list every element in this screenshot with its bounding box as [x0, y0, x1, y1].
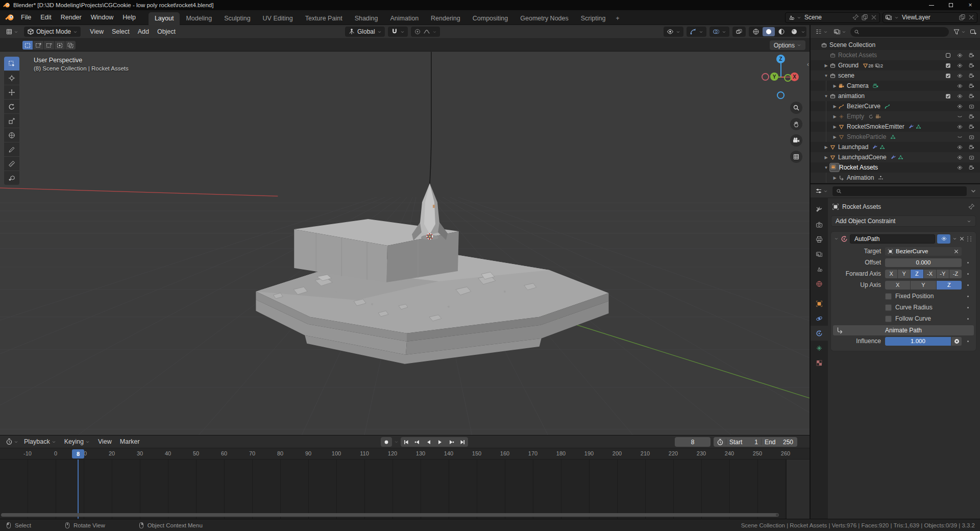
- disclosure-triangle-icon[interactable]: ▶: [831, 125, 839, 129]
- workspace-tab-uv-editing[interactable]: UV Editing: [257, 12, 299, 25]
- jump-end-button[interactable]: [457, 437, 468, 447]
- show-gizmos-dropdown[interactable]: [687, 27, 706, 37]
- unlink-scene-icon[interactable]: [870, 14, 877, 21]
- workspace-tab-sculpting[interactable]: Sculpting: [218, 12, 256, 25]
- filter-button[interactable]: [951, 28, 967, 35]
- nav-pan-button[interactable]: [790, 118, 802, 130]
- outliner-row-animation[interactable]: ▶Animation: [811, 173, 980, 183]
- properties-tab-physics[interactable]: [811, 311, 828, 326]
- menu-file[interactable]: File: [16, 10, 36, 25]
- tool-transform-button[interactable]: [4, 128, 19, 142]
- next-keyframe-button[interactable]: [446, 437, 457, 447]
- maximize-button[interactable]: [941, 0, 961, 10]
- breadcrumb-object-name[interactable]: Rocket Assets: [842, 203, 881, 210]
- timeline-editor-type-button[interactable]: [4, 438, 20, 445]
- toggle-eye[interactable]: [954, 63, 966, 68]
- workspace-tab-shading[interactable]: Shading: [349, 12, 384, 25]
- viewport-menu-view[interactable]: View: [86, 25, 108, 38]
- display-mode-button[interactable]: [832, 28, 848, 35]
- mode-dropdown[interactable]: Object Mode: [24, 27, 81, 37]
- properties-tab-world[interactable]: [811, 276, 828, 291]
- properties-tab-object[interactable]: [811, 296, 828, 311]
- checkbox-follow-curve[interactable]: [885, 316, 892, 322]
- properties-options-icon[interactable]: [970, 187, 977, 195]
- use-preview-range-icon[interactable]: [717, 439, 724, 446]
- gizmo-z-axis[interactable]: Z: [776, 55, 785, 63]
- viewport-menu-add[interactable]: Add: [134, 25, 153, 38]
- outliner-row-rocket-assets[interactable]: ▼Rocket Assets: [811, 162, 980, 173]
- select-set-button[interactable]: [22, 41, 33, 50]
- outliner-search-input[interactable]: [850, 27, 949, 37]
- toggle-eye[interactable]: [954, 144, 966, 150]
- scene-selector[interactable]: Scene: [785, 12, 880, 23]
- properties-tab-view-layer[interactable]: [811, 247, 828, 261]
- properties-tab-object-data[interactable]: [811, 341, 828, 355]
- properties-tab-tool[interactable]: [811, 202, 828, 217]
- toggle-xray-button[interactable]: [732, 27, 746, 37]
- forward-axis-y-button[interactable]: Y: [898, 270, 910, 278]
- disclosure-triangle-icon[interactable]: ▶: [822, 155, 830, 160]
- workspace-tab-modeling[interactable]: Modeling: [180, 12, 218, 25]
- delete-constraint-button[interactable]: [959, 236, 965, 242]
- minimize-button[interactable]: [922, 0, 941, 10]
- shading-rendered-button[interactable]: [788, 27, 800, 36]
- viewlayer-selector[interactable]: ViewLayer: [883, 12, 977, 23]
- target-field[interactable]: BezierCurve: [885, 247, 962, 256]
- timeline-menu-marker[interactable]: Marker: [116, 436, 144, 448]
- toggle-eye[interactable]: [954, 165, 966, 171]
- toggle-camera[interactable]: [966, 83, 977, 89]
- outliner-row-launchpadcoene[interactable]: ▶LaunchpadCoene: [811, 152, 980, 162]
- editor-type-button[interactable]: [4, 28, 20, 35]
- animate-decorator[interactable]: [967, 273, 969, 275]
- clear-target-icon[interactable]: [953, 249, 959, 254]
- animate-decorator[interactable]: [967, 284, 969, 286]
- toggle-eye[interactable]: [954, 155, 966, 160]
- menu-window[interactable]: Window: [86, 10, 118, 25]
- new-scene-icon[interactable]: [861, 14, 868, 21]
- animate-decorator[interactable]: [967, 318, 969, 320]
- 3d-scene[interactable]: [0, 52, 810, 435]
- blender-menu-icon[interactable]: [5, 13, 14, 22]
- gizmo-minus-z-axis[interactable]: [777, 91, 785, 99]
- clear-influence-button[interactable]: [951, 337, 962, 346]
- playhead-current-frame[interactable]: 8: [72, 449, 84, 458]
- gizmo-y-axis[interactable]: Y: [770, 73, 778, 81]
- shading-material-button[interactable]: [775, 27, 788, 36]
- gizmo-minus-y-axis[interactable]: [784, 74, 792, 82]
- outliner-row-animation[interactable]: ▼animation: [811, 91, 980, 101]
- timeline-menu-view[interactable]: View: [94, 436, 116, 448]
- animate-decorator[interactable]: [967, 307, 969, 308]
- outliner-row-scene[interactable]: ▼scene: [811, 70, 980, 81]
- outliner-row-camera[interactable]: ▶Camera: [811, 81, 980, 91]
- outliner-row-empty[interactable]: ▶Empty: [811, 111, 980, 122]
- jump-start-button[interactable]: [401, 437, 412, 447]
- shading-solid-button[interactable]: [763, 27, 775, 36]
- tool-select-box-button[interactable]: [4, 57, 19, 70]
- timeline-menu-keying[interactable]: Keying: [60, 436, 94, 448]
- tool-add-cube-button[interactable]: [4, 171, 19, 185]
- constraint-name-field[interactable]: AutoPath: [850, 234, 935, 244]
- play-button[interactable]: [434, 437, 446, 447]
- select-invert-button[interactable]: [55, 41, 65, 50]
- workspace-tab-geometry-nodes[interactable]: Geometry Nodes: [514, 12, 574, 25]
- toggle-eye[interactable]: [954, 93, 966, 99]
- toggle-camera-x[interactable]: [966, 134, 977, 140]
- tool-measure-button[interactable]: [4, 157, 19, 171]
- nav-grid-view-button[interactable]: [790, 151, 802, 163]
- select-intersect-button[interactable]: [65, 41, 76, 50]
- toggle-eye[interactable]: [954, 124, 966, 130]
- toggle-camera-x[interactable]: [966, 155, 977, 160]
- gizmo-minus-x-axis[interactable]: [762, 73, 769, 81]
- outliner-row-scene-collection[interactable]: Scene Collection: [811, 40, 980, 50]
- disclosure-triangle-icon[interactable]: ▼: [822, 165, 830, 170]
- add-object-constraint-button[interactable]: Add Object Constraint: [831, 215, 976, 227]
- viewport-menu-select[interactable]: Select: [108, 25, 134, 38]
- pin-id-icon[interactable]: [968, 203, 975, 210]
- options-dropdown[interactable]: Options: [770, 40, 805, 50]
- toggle-camera[interactable]: [966, 114, 977, 119]
- disclosure-triangle-icon[interactable]: ▶: [822, 63, 830, 68]
- current-frame-field[interactable]: 8: [675, 437, 710, 447]
- disclosure-triangle-icon[interactable]: ▶: [831, 84, 839, 88]
- properties-search-input[interactable]: [832, 186, 967, 196]
- toggle-camera[interactable]: [966, 93, 977, 99]
